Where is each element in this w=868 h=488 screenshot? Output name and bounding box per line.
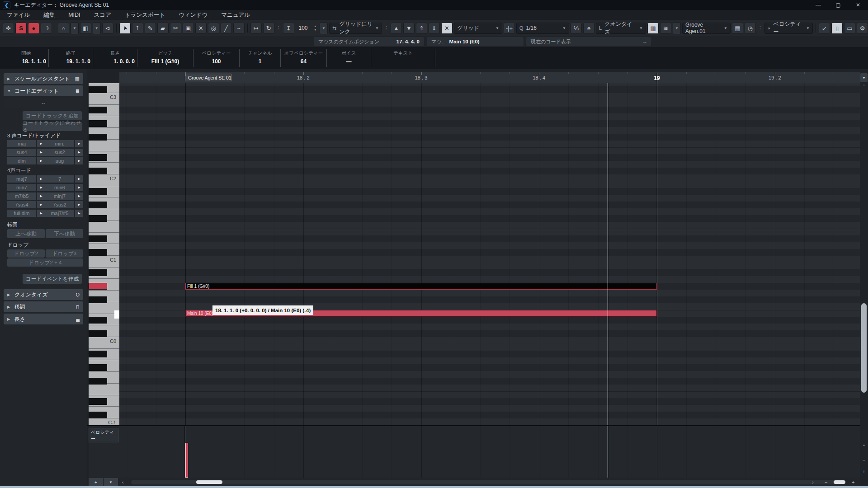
four-note-apply-icon[interactable]: ▶ xyxy=(75,210,83,217)
show-lower-zone-button[interactable]: ▭ xyxy=(844,23,855,34)
line-tool[interactable]: ╱ xyxy=(221,23,232,34)
black-key[interactable] xyxy=(89,188,107,195)
four-note-apply-icon[interactable]: ▶ xyxy=(75,192,83,200)
black-key[interactable] xyxy=(89,296,107,303)
swing-button[interactable]: e xyxy=(583,23,594,34)
section-chord-edit[interactable]: ▼コードエディット≣ xyxy=(4,85,83,96)
black-key[interactable] xyxy=(89,168,107,174)
pin-button[interactable]: ✜ xyxy=(3,23,14,34)
velocity-bar[interactable] xyxy=(185,443,188,478)
note-grid[interactable]: Fill 1 (G#0)Main 10 (E0)18. 1. 1. 0 (+0.… xyxy=(119,83,860,425)
add-controller-lane-button[interactable]: + xyxy=(89,478,104,486)
menu-item-2[interactable]: MIDI xyxy=(61,12,87,18)
match-chord-track-button[interactable]: コードトラックに合わせる xyxy=(23,122,82,131)
ruler-options-button[interactable]: ▼ xyxy=(860,73,868,82)
triad-button-sus4[interactable]: sus4 xyxy=(7,149,36,156)
mute-tool[interactable]: ✕ xyxy=(195,23,207,34)
inversion-down-button[interactable]: 下へ移動 xyxy=(46,229,83,238)
add-chord-track-button[interactable]: コードトラックを追加 xyxy=(23,111,82,120)
white-key[interactable] xyxy=(89,384,119,395)
vzoom-in-button[interactable]: + xyxy=(860,469,868,474)
black-key[interactable] xyxy=(89,317,107,324)
four-note-button-minj7[interactable]: minj7 xyxy=(45,192,74,200)
midi-input-button[interactable]: ≋ xyxy=(660,23,671,34)
drop-2-4-button[interactable]: ドロップ2 + 4 xyxy=(7,258,83,267)
show-part-borders-button[interactable]: ▦ xyxy=(732,23,743,34)
quantize-preset-dropdown[interactable]: Q1/16▼ xyxy=(516,23,569,34)
black-key[interactable] xyxy=(89,398,107,405)
four-note-button-7sus4[interactable]: 7sus4 xyxy=(7,201,36,208)
menu-item-4[interactable]: トランスポート xyxy=(118,11,172,19)
section-length[interactable]: ▶長さ▄ xyxy=(4,314,83,324)
show-left-zone-button[interactable]: ▯ xyxy=(831,23,843,34)
controller-lane-setup-button[interactable]: ▼ xyxy=(104,478,118,486)
hzoom-out-button[interactable]: − xyxy=(825,478,827,486)
info-field-value[interactable] xyxy=(371,56,435,58)
window-layout-dropdown[interactable]: ▼ xyxy=(71,22,79,34)
four-note-apply-icon[interactable]: ▶ xyxy=(37,184,45,191)
move-down-button[interactable]: ▼ xyxy=(403,23,415,34)
midi-clock-button[interactable]: ◷ xyxy=(745,23,756,34)
open-in-window-button[interactable]: ↙ xyxy=(819,23,830,34)
part-selector-dropdown[interactable]: Groove Agen.01▼ xyxy=(682,23,731,34)
window-layout-button[interactable]: ⌂ xyxy=(58,23,69,34)
white-key[interactable] xyxy=(89,221,119,233)
controller-lane-selector[interactable]: ベロシティー xyxy=(89,428,118,442)
velocity-lane[interactable] xyxy=(119,426,860,478)
info-field-4[interactable]: ベロシティー100 xyxy=(193,49,240,67)
object-selection-tool[interactable]: ➤ xyxy=(119,23,131,34)
info-field-1[interactable]: 終了19. 1. 1. 0 xyxy=(49,49,93,67)
hscroll-thumb[interactable] xyxy=(196,480,222,484)
info-field-value[interactable]: Fill 1 (G#0) xyxy=(137,56,193,65)
info-field-value[interactable]: 100 xyxy=(193,56,239,65)
maximize-button[interactable]: ▢ xyxy=(828,0,848,10)
info-field-value[interactable]: — xyxy=(327,56,371,65)
four-note-apply-icon[interactable]: ▶ xyxy=(75,175,83,183)
midi-note-0[interactable]: Fill 1 (G#0) xyxy=(185,283,657,290)
setup-toolbar-button[interactable]: ⚙ xyxy=(857,23,868,34)
zoom-tool[interactable]: ◎ xyxy=(208,23,219,34)
black-key[interactable] xyxy=(89,364,107,371)
black-key[interactable] xyxy=(89,86,107,93)
vzoom-out-button[interactable]: − xyxy=(860,457,868,463)
four-note-button-7sus2[interactable]: 7sus2 xyxy=(45,201,74,208)
black-key[interactable] xyxy=(89,154,107,161)
hscroll-track[interactable] xyxy=(131,480,845,484)
length-quantize-dropdown[interactable]: Lクオンタイズ▼ xyxy=(596,23,646,34)
black-key[interactable] xyxy=(89,330,107,337)
timeline-ruler[interactable]: Groove Agent SE 0118 . 218 . 318 . 41919… xyxy=(119,72,860,83)
black-key[interactable] xyxy=(89,351,107,357)
triad-button-dim[interactable]: dim xyxy=(7,157,36,164)
insert-velocity-dropdown[interactable]: ▼ xyxy=(320,22,328,34)
black-key[interactable] xyxy=(89,412,107,418)
info-field-6[interactable]: オフベロシティー64 xyxy=(281,49,327,67)
four-note-apply-icon[interactable]: ▶ xyxy=(37,201,45,208)
audition-button[interactable]: ⊲ xyxy=(102,23,113,34)
four-note-apply-icon[interactable]: ▶ xyxy=(37,175,45,183)
hzoom-slider[interactable] xyxy=(834,480,845,484)
black-key[interactable] xyxy=(89,215,107,222)
black-key[interactable] xyxy=(89,235,107,242)
split-tool[interactable]: ✂ xyxy=(170,23,181,34)
black-key[interactable] xyxy=(89,120,107,127)
drop-3-button[interactable]: ドロップ3 xyxy=(46,249,83,258)
create-chord-event-button[interactable]: コードイベントを作成 xyxy=(23,274,82,284)
record-button[interactable]: ● xyxy=(28,23,39,34)
black-key[interactable] xyxy=(89,269,107,276)
triad-button-maj[interactable]: maj xyxy=(7,140,36,147)
four-note-button-m7b5[interactable]: m7/b5 xyxy=(7,192,36,200)
snap-type-dropdown[interactable]: グリッド▼ xyxy=(454,23,502,34)
black-key[interactable] xyxy=(89,378,107,385)
draw-tool[interactable]: ✎ xyxy=(145,23,156,34)
drop-2-button[interactable]: ドロップ2 xyxy=(7,249,45,258)
close-button[interactable]: ✕ xyxy=(848,0,868,10)
triad-apply-icon[interactable]: ▶ xyxy=(75,157,83,164)
relative-grid-button[interactable]: -|+ xyxy=(504,23,515,34)
part-region-label[interactable]: Groove Agent SE 01 xyxy=(185,74,231,81)
section-quantize[interactable]: ▶クオンタイズQ xyxy=(4,289,83,300)
trim-tool[interactable]: ⊺ xyxy=(132,23,143,34)
glue-tool[interactable]: ▣ xyxy=(183,23,194,34)
acoustic-feedback-button[interactable]: ☽ xyxy=(41,23,52,34)
four-note-button-min7[interactable]: min7 xyxy=(7,184,36,191)
triad-apply-icon[interactable]: ▶ xyxy=(75,149,83,156)
